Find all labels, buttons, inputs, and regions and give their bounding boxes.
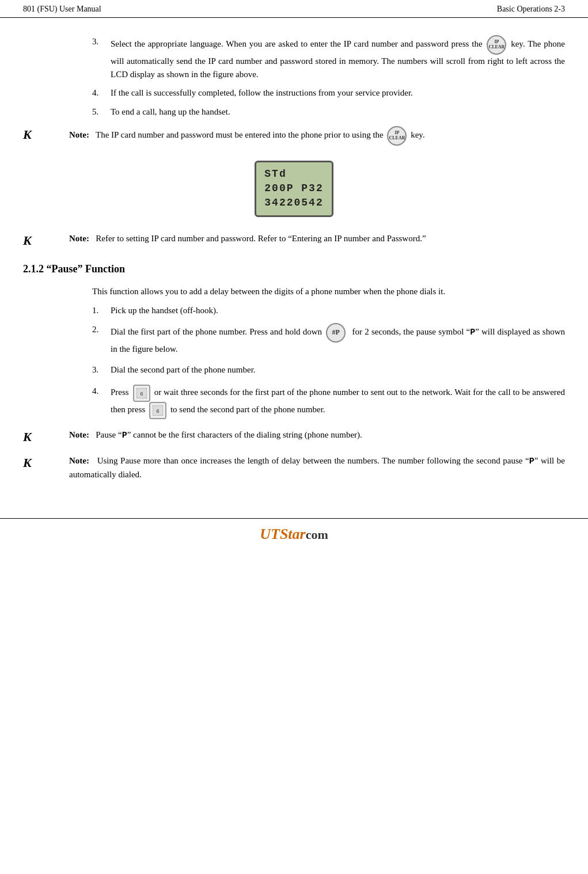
step-num: 3. bbox=[92, 363, 111, 377]
step-content: Pick up the handset (off-hook). bbox=[111, 304, 565, 317]
list-item: 1. Pick up the handset (off-hook). bbox=[92, 304, 565, 317]
list-item: 4. Press 6 or wait three seconds for the… bbox=[92, 385, 565, 419]
pause-symbol: P bbox=[529, 457, 534, 466]
note-3: K Note: Pause “P” cannot be the first ch… bbox=[23, 428, 565, 446]
svg-text:6: 6 bbox=[140, 391, 143, 397]
send-key-icon-2: 6 bbox=[149, 402, 166, 419]
step-num: 4. bbox=[92, 86, 111, 100]
note-content: Note: Refer to setting IP card number an… bbox=[69, 232, 565, 245]
note-1: K Note: The IP card number and password … bbox=[23, 126, 565, 146]
note-label: Note: bbox=[69, 430, 89, 439]
send-icon-2: 6 bbox=[153, 405, 163, 416]
k-symbol: K bbox=[23, 428, 69, 446]
note-label: Note: bbox=[69, 456, 89, 465]
lcd-display: STd 200P P32 34220542 bbox=[255, 161, 333, 217]
page-header: 801 (FSU) User Manual Basic Operations 2… bbox=[0, 0, 588, 18]
note-4: K Note: Using Pause more than once incre… bbox=[23, 454, 565, 481]
send-icon: 6 bbox=[136, 388, 147, 398]
page: 801 (FSU) User Manual Basic Operations 2… bbox=[0, 0, 588, 874]
svg-text:6: 6 bbox=[157, 408, 160, 414]
step-content: Press 6 or wait three seconds for the fi… bbox=[111, 385, 565, 419]
step-content: If the call is successfully completed, f… bbox=[111, 86, 565, 100]
steps-list: 3. Select the appropriate language. When… bbox=[92, 35, 565, 118]
note-content: Note: The IP card number and password mu… bbox=[69, 126, 565, 146]
ut-starcom-logo: UT Star com bbox=[260, 526, 328, 543]
lcd-line-3: 34220542 bbox=[264, 196, 323, 210]
lcd-line-2: 200P P32 bbox=[264, 181, 323, 196]
note-label: Note: bbox=[69, 234, 89, 243]
step-content: Dial the first part of the phone number.… bbox=[111, 323, 565, 356]
note-2: K Note: Refer to setting IP card number … bbox=[23, 232, 565, 250]
list-item: 2. Dial the first part of the phone numb… bbox=[92, 323, 565, 356]
section1-list: 3. Select the appropriate language. When… bbox=[92, 35, 565, 118]
section2-intro: This function allows you to add a delay … bbox=[92, 284, 565, 298]
pause-symbol: P bbox=[122, 431, 127, 440]
note-content: Note: Using Pause more than once increas… bbox=[69, 454, 565, 481]
section-heading: 2.1.2 “Pause” Function bbox=[23, 263, 565, 275]
note-content: Note: Pause “P” cannot be the first char… bbox=[69, 428, 565, 443]
page-content: 3. Select the appropriate language. When… bbox=[0, 18, 588, 501]
list-item: 3. Select the appropriate language. When… bbox=[92, 35, 565, 81]
logo-ut: UT bbox=[260, 526, 280, 543]
logo-star: Star bbox=[280, 526, 306, 543]
list-item: 3. Dial the second part of the phone num… bbox=[92, 363, 565, 377]
header-left: 801 (FSU) User Manual bbox=[23, 5, 101, 14]
list-item: 4. If the call is successfully completed… bbox=[92, 86, 565, 100]
lcd-line-1: STd bbox=[264, 167, 323, 181]
step-num: 4. bbox=[92, 385, 111, 398]
header-right: Basic Operations 2-3 bbox=[497, 5, 565, 14]
section2-content: This function allows you to add a delay … bbox=[92, 284, 565, 419]
step-num: 5. bbox=[92, 105, 111, 119]
page-footer: UT Star com bbox=[0, 518, 588, 543]
k-symbol: K bbox=[23, 126, 69, 144]
note-label: Note: bbox=[69, 130, 89, 139]
step-content: Select the appropriate language. When yo… bbox=[111, 35, 565, 81]
pause-symbol: P bbox=[470, 328, 475, 337]
step-content: To end a call, hang up the handset. bbox=[111, 105, 565, 119]
step-num: 2. bbox=[92, 323, 111, 356]
step-content: Dial the second part of the phone number… bbox=[111, 363, 565, 377]
logo-com: com bbox=[306, 527, 328, 542]
list-item: 5. To end a call, hang up the handset. bbox=[92, 105, 565, 119]
send-key-icon: 6 bbox=[133, 385, 150, 402]
ip-clear-key-icon: IPCLEAR bbox=[387, 126, 407, 146]
k-symbol: K bbox=[23, 232, 69, 250]
section2-steps: 1. Pick up the handset (off-hook). 2. Di… bbox=[92, 304, 565, 419]
step-num: 1. bbox=[92, 304, 111, 317]
hash-p-key-icon: #P bbox=[326, 323, 346, 343]
ip-clear-key-icon: IPCLEAR bbox=[487, 35, 506, 55]
k-symbol: K bbox=[23, 454, 69, 472]
lcd-display-container: STd 200P P32 34220542 bbox=[23, 155, 565, 223]
step-num: 3. bbox=[92, 35, 111, 81]
